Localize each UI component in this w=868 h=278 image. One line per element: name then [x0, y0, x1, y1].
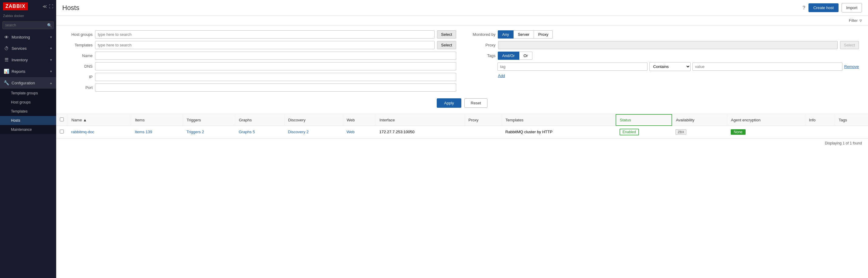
sidebar-item-label: Services — [11, 46, 47, 51]
import-button[interactable]: Import — [842, 3, 862, 12]
templates-cell: RabbitMQ cluster by HTTP — [502, 126, 616, 138]
proxy-label: Proxy — [468, 43, 496, 47]
sidebar-item-monitoring[interactable]: 👁 Monitoring ▼ — [0, 32, 56, 43]
sidebar: ZABBIX ≪ ⛶ Zabbix docker 🔍 👁 Monitoring … — [0, 0, 56, 278]
graphs-column-header[interactable]: Graphs — [235, 114, 284, 126]
discovery-cell: Discovery 2 — [284, 126, 343, 138]
web-link[interactable]: Web — [346, 130, 355, 134]
tag-condition-select[interactable]: Contains Equals Does not contain Does no… — [649, 62, 691, 71]
discovery-link[interactable]: Discovery 2 — [288, 130, 309, 134]
tags-or-button[interactable]: Or — [519, 51, 532, 60]
web-column-header[interactable]: Web — [343, 114, 376, 126]
ip-input[interactable] — [95, 73, 456, 81]
reset-button[interactable]: Reset — [464, 98, 488, 108]
checkbox-header — [56, 114, 68, 126]
availability-cell: ZBX — [672, 126, 727, 138]
availability-column-header[interactable]: Availability — [672, 114, 727, 126]
collapse-icon[interactable]: ≪ — [42, 4, 47, 9]
apply-button[interactable]: Apply — [437, 98, 461, 108]
sidebar-item-label: Inventory — [11, 58, 47, 62]
tag-inputs-row: Contains Equals Does not contain Does no… — [468, 62, 859, 71]
tag-remove-button[interactable]: Remove — [844, 64, 859, 69]
host-groups-select-button[interactable]: Select — [437, 30, 456, 39]
table-row: rabbitmq-doc Items 139 Triggers 2 Graphs… — [56, 126, 868, 138]
sidebar-item-maintenance[interactable]: Maintenance — [0, 125, 56, 134]
status-cell: Enabled — [616, 126, 672, 138]
sidebar-item-services[interactable]: ⏱ Services ▼ — [0, 43, 56, 54]
triggers-column-header[interactable]: Triggers — [183, 114, 235, 126]
zabbix-logo: ZABBIX — [3, 2, 28, 10]
filter-label: Filter — [849, 18, 858, 23]
create-host-button[interactable]: Create host — [808, 3, 839, 12]
sidebar-item-label: Monitoring — [11, 35, 47, 39]
sidebar-item-inventory[interactable]: ☰ Inventory ▼ — [0, 54, 56, 66]
monitored-server-button[interactable]: Server — [513, 30, 534, 39]
agent-encryption-cell: None — [727, 126, 805, 138]
triggers-link[interactable]: Triggers 2 — [186, 130, 204, 134]
help-button[interactable]: ? — [802, 5, 805, 11]
ip-row: IP — [65, 73, 456, 81]
configuration-icon: 🔧 — [4, 80, 9, 85]
tag-add-button[interactable]: Add — [498, 73, 505, 78]
templates-label: Templates — [65, 43, 93, 47]
host-groups-input[interactable] — [95, 30, 435, 39]
row-select-checkbox[interactable] — [60, 130, 64, 134]
row-checkbox — [56, 126, 68, 138]
monitored-proxy-button[interactable]: Proxy — [534, 30, 553, 39]
interface-cell: 172.27.7.253:10050 — [376, 126, 465, 138]
templates-input[interactable] — [95, 41, 435, 49]
name-column-header[interactable]: Name ▲ — [68, 114, 131, 126]
select-all-checkbox[interactable] — [60, 117, 64, 121]
ip-label: IP — [65, 75, 93, 79]
sidebar-item-configuration[interactable]: 🔧 Configuration ▲ — [0, 77, 56, 89]
main-content: Hosts ? Create host Import Filter ▿ Host… — [56, 0, 868, 278]
name-input[interactable]: rabbitmq-doc — [95, 51, 456, 60]
info-column-header[interactable]: Info — [805, 114, 835, 126]
search-input[interactable] — [2, 21, 54, 29]
items-cell: Items 139 — [131, 126, 183, 138]
host-name-cell: rabbitmq-doc — [68, 126, 131, 138]
tag-value-input[interactable] — [692, 63, 842, 71]
tag-add-row: Add — [468, 73, 859, 78]
proxy-column-header[interactable]: Proxy — [465, 114, 502, 126]
templates-column-header[interactable]: Templates — [502, 114, 616, 126]
monitored-by-row: Monitored by Any Server Proxy — [468, 30, 859, 39]
agent-encryption-badge: None — [731, 129, 746, 135]
interface-column-header[interactable]: Interface — [376, 114, 465, 126]
services-icon: ⏱ — [4, 46, 9, 51]
items-link[interactable]: Items 139 — [135, 130, 152, 134]
filter-panel: Host groups Select Templates Select Name… — [56, 26, 868, 114]
graphs-cell: Graphs 5 — [235, 126, 284, 138]
sidebar-instance: Zabbix docker — [0, 13, 56, 20]
tag-name-input[interactable] — [497, 63, 648, 71]
sidebar-item-template-groups[interactable]: Template groups — [0, 89, 56, 98]
templates-select-button[interactable]: Select — [437, 41, 456, 49]
port-input[interactable] — [95, 83, 456, 92]
host-name-link[interactable]: rabbitmq-doc — [71, 130, 94, 134]
status-column-header[interactable]: Status — [616, 114, 672, 126]
chevron-up-icon: ▲ — [50, 81, 53, 85]
fullscreen-icon[interactable]: ⛶ — [49, 4, 53, 9]
proxy-cell — [465, 126, 502, 138]
agent-encryption-column-header[interactable]: Agent encryption — [727, 114, 805, 126]
sidebar-item-reports[interactable]: 📊 Reports ▼ — [0, 66, 56, 77]
sidebar-header: ZABBIX ≪ ⛶ — [0, 0, 56, 13]
sidebar-item-host-groups[interactable]: Host groups — [0, 98, 56, 107]
discovery-column-header[interactable]: Discovery — [284, 114, 343, 126]
triggers-cell: Triggers 2 — [183, 126, 235, 138]
items-column-header[interactable]: Items — [131, 114, 183, 126]
hosts-table-container: Name ▲ Items Triggers Graphs Discovery W… — [56, 114, 868, 278]
graphs-link[interactable]: Graphs 5 — [239, 130, 255, 134]
sidebar-item-hosts[interactable]: Hosts — [0, 116, 56, 125]
chevron-icon: ▼ — [50, 47, 53, 50]
tags-column-header[interactable]: Tags — [835, 114, 868, 126]
tags-andor-button[interactable]: And/Or — [498, 51, 519, 60]
proxy-select-button[interactable]: Select — [840, 41, 859, 49]
dns-input[interactable] — [95, 62, 456, 70]
inventory-icon: ☰ — [4, 57, 9, 63]
monitored-any-button[interactable]: Any — [498, 30, 514, 39]
filter-left: Host groups Select Templates Select Name… — [65, 30, 456, 94]
status-badge[interactable]: Enabled — [620, 129, 639, 135]
proxy-input[interactable] — [498, 41, 838, 49]
sidebar-item-templates[interactable]: Templates — [0, 107, 56, 116]
